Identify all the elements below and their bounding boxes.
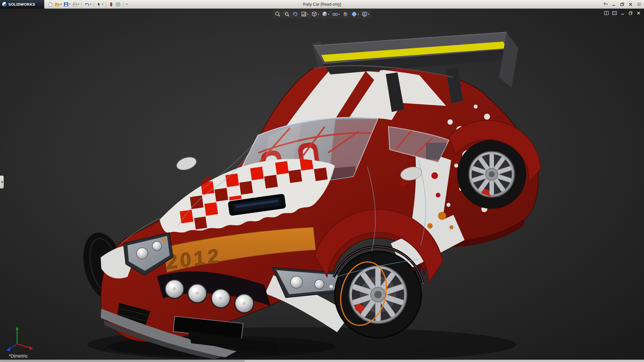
pane-full-button[interactable] — [611, 10, 618, 16]
brand-text: SOLIDWORKS — [8, 2, 35, 6]
new-document-icon — [48, 2, 53, 7]
zoom-to-fit-button[interactable] — [274, 10, 282, 18]
3d-scene: 2012 — [0, 9, 644, 362]
horizontal-scrollbar[interactable] — [0, 360, 644, 362]
restore-icon — [620, 2, 624, 6]
doc-minimize-button[interactable] — [619, 10, 626, 16]
pane-split-icon — [604, 11, 609, 15]
minimize-button[interactable] — [610, 1, 618, 7]
section-view-caret[interactable]: ▾ — [307, 13, 309, 16]
doc-restore-icon — [629, 11, 633, 15]
undo-dropdown-caret[interactable]: ▾ — [90, 3, 91, 6]
print-dropdown-caret[interactable]: ▾ — [78, 3, 79, 6]
apply-scene-icon — [351, 11, 357, 17]
pane-full-icon — [612, 11, 617, 15]
doc-restore-button[interactable] — [627, 10, 634, 16]
hide-show-items-caret[interactable]: ▾ — [338, 13, 340, 16]
restore-button[interactable] — [619, 1, 626, 7]
title-bar: SOLIDWORKS ▾ ▾ — [0, 0, 644, 9]
toolbar-separator — [82, 2, 82, 7]
select-button[interactable]: ▾ — [96, 1, 104, 8]
apply-scene-caret[interactable]: ▾ — [358, 13, 359, 16]
view-settings-icon — [362, 11, 368, 17]
view-orientation-label: *Dimetric — [9, 353, 28, 359]
view-orientation-caret[interactable]: ▾ — [318, 13, 319, 16]
open-button[interactable]: ▾ — [54, 1, 62, 8]
undo-button[interactable]: ▾ — [84, 1, 92, 8]
view-orientation-icon — [311, 11, 317, 17]
toolbar-separator — [123, 2, 123, 7]
heads-up-view-toolbar: ▾ ▾ ▾ ▾ — [272, 10, 372, 18]
close-icon — [629, 2, 633, 6]
appearance-swatch-icon — [108, 2, 114, 7]
display-style-caret[interactable]: ▾ — [328, 13, 329, 16]
hide-show-items-icon — [332, 11, 338, 17]
corner-grid-button[interactable] — [635, 1, 643, 7]
document-window-controls — [603, 10, 642, 16]
help-caret: ▾ — [606, 3, 607, 6]
zoom-to-area-button[interactable] — [282, 10, 290, 18]
main-toolbar: ▾ ▾ ▾ ▾ — [44, 1, 128, 8]
solidworks-logo: SOLIDWORKS — [0, 0, 44, 9]
print-icon — [72, 2, 77, 7]
view-orientation-button[interactable]: ▾ — [310, 10, 320, 18]
horizontal-scrollbar-thumb[interactable] — [0, 360, 245, 362]
zoom-to-area-icon — [283, 11, 289, 17]
open-folder-icon — [55, 2, 60, 7]
save-button[interactable]: ▾ — [63, 1, 71, 8]
edit-appearance-button[interactable] — [341, 10, 350, 18]
help-button[interactable]: ?▾ — [602, 1, 609, 7]
previous-view-button[interactable] — [291, 10, 299, 18]
minimize-icon — [612, 2, 616, 6]
doc-close-icon — [637, 11, 641, 15]
toolbar-separator — [106, 2, 106, 7]
section-view-button[interactable]: ▾ — [300, 10, 310, 18]
design-table-icon — [115, 2, 121, 7]
pane-split-button[interactable] — [603, 10, 610, 16]
display-style-icon — [322, 11, 328, 17]
solidworks-swirl-icon — [2, 2, 7, 7]
save-icon — [63, 2, 69, 7]
doc-close-button[interactable] — [635, 10, 642, 16]
toolbar-options-caret: ▾ — [126, 3, 127, 6]
open-dropdown-caret[interactable]: ▾ — [60, 3, 62, 6]
display-style-button[interactable]: ▾ — [321, 10, 330, 18]
corner-grid-icon — [637, 2, 641, 6]
edit-appearance-icon — [342, 11, 348, 17]
doc-minimize-icon — [621, 11, 625, 15]
select-cursor-icon — [96, 2, 102, 7]
apply-scene-button[interactable]: ▾ — [350, 10, 360, 18]
toolbar-options-button[interactable]: ▾ — [125, 1, 128, 8]
graphics-viewport[interactable]: 2012 — [0, 9, 644, 362]
select-dropdown-caret[interactable]: ▾ — [102, 3, 103, 6]
previous-view-icon — [292, 11, 298, 17]
window-controls: ?▾ — [602, 1, 644, 7]
close-button[interactable] — [627, 1, 634, 7]
view-settings-button[interactable]: ▾ — [361, 10, 370, 18]
help-icon: ? — [603, 2, 606, 7]
undo-icon — [84, 2, 90, 7]
featuremanager-collapsed-tab[interactable] — [0, 176, 4, 188]
design-table-button[interactable] — [115, 1, 121, 8]
section-view-icon — [301, 11, 307, 17]
solidworks-window: SOLIDWORKS ▾ ▾ — [0, 0, 644, 362]
toolbar-separator — [94, 2, 94, 7]
chevron-left-icon — [1, 181, 3, 183]
save-dropdown-caret[interactable]: ▾ — [69, 3, 70, 6]
view-settings-caret[interactable]: ▾ — [368, 13, 369, 16]
car-front-wheel — [335, 251, 421, 338]
appearance-button[interactable] — [108, 1, 114, 8]
zoom-to-fit-icon — [275, 11, 281, 17]
new-document-button[interactable] — [47, 1, 54, 8]
hide-show-items-button[interactable]: ▾ — [331, 10, 341, 18]
print-button[interactable]: ▾ — [71, 1, 80, 8]
